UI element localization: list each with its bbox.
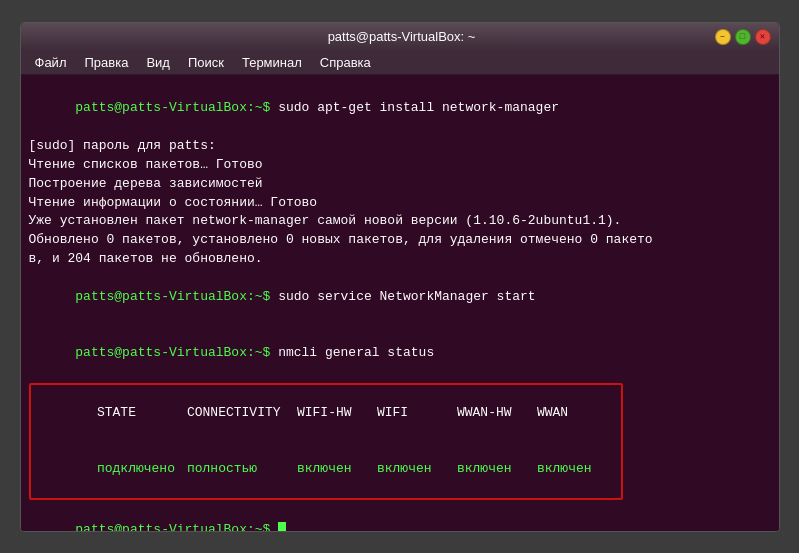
col-header-state: STATE <box>97 404 187 423</box>
table-row-1: подключенополностьювключенвключенвключен… <box>31 442 621 499</box>
table-highlight: STATECONNECTIVITYWIFI-HWWIFIWWAN-HWWWAN … <box>29 383 623 500</box>
col-val-connectivity: полностью <box>187 460 297 479</box>
menu-view[interactable]: Вид <box>138 53 178 72</box>
col-val-wifi: включен <box>377 460 457 479</box>
line-7: Обновлено 0 пакетов, установлено 0 новых… <box>29 231 771 250</box>
col-header-wwan: WWAN <box>537 404 617 423</box>
col-header-wwanhw: WWAN-HW <box>457 404 537 423</box>
col-val-state: подключено <box>97 460 187 479</box>
menu-search[interactable]: Поиск <box>180 53 232 72</box>
line-9: patts@patts-VirtualBox:~$ sudo service N… <box>29 269 771 326</box>
col-header-connectivity: CONNECTIVITY <box>187 404 297 423</box>
col-val-wifihw: включен <box>297 460 377 479</box>
menu-edit[interactable]: Правка <box>76 53 136 72</box>
col-header-wifi: WIFI <box>377 404 457 423</box>
col-val-wwanhw: включен <box>457 460 537 479</box>
menu-bar: Файл Правка Вид Поиск Терминал Справка <box>21 51 779 75</box>
prompt-1: patts@patts-VirtualBox:~$ <box>75 100 278 115</box>
prompt-9: patts@patts-VirtualBox:~$ <box>75 289 278 304</box>
cmd-1: sudo apt-get install network-manager <box>278 100 559 115</box>
menu-file[interactable]: Файл <box>27 53 75 72</box>
table-header: STATECONNECTIVITYWIFI-HWWIFIWWAN-HWWWAN <box>31 385 621 442</box>
window-title: patts@patts-VirtualBox: ~ <box>89 29 715 44</box>
menu-help[interactable]: Справка <box>312 53 379 72</box>
close-button[interactable]: ✕ <box>755 29 771 45</box>
terminal-window: patts@patts-VirtualBox: ~ – □ ✕ Файл Пра… <box>20 22 780 532</box>
line-final: patts@patts-VirtualBox:~$ <box>29 502 771 530</box>
line-3: Чтение списков пакетов… Готово <box>29 156 771 175</box>
line-1: patts@patts-VirtualBox:~$ sudo apt-get i… <box>29 81 771 138</box>
minimize-button[interactable]: – <box>715 29 731 45</box>
menu-terminal[interactable]: Терминал <box>234 53 310 72</box>
line-2: [sudo] пароль для patts: <box>29 137 771 156</box>
col-val-wwan: включен <box>537 460 617 479</box>
cmd-10: nmcli general status <box>278 345 434 360</box>
final-prompt: patts@patts-VirtualBox:~$ <box>75 522 278 531</box>
col-header-wifihw: WIFI-HW <box>297 404 377 423</box>
line-10: patts@patts-VirtualBox:~$ nmcli general … <box>29 325 771 382</box>
title-bar: patts@patts-VirtualBox: ~ – □ ✕ <box>21 23 779 51</box>
window-controls: – □ ✕ <box>715 29 771 45</box>
cmd-9: sudo service NetworkManager start <box>278 289 535 304</box>
line-8: в, и 204 пакетов не обновлено. <box>29 250 771 269</box>
line-5: Чтение информации о состоянии… Готово <box>29 194 771 213</box>
line-6: Уже установлен пакет network-manager сам… <box>29 212 771 231</box>
terminal-body[interactable]: patts@patts-VirtualBox:~$ sudo apt-get i… <box>21 75 779 531</box>
line-4: Построение дерева зависимостей <box>29 175 771 194</box>
prompt-10: patts@patts-VirtualBox:~$ <box>75 345 278 360</box>
cursor <box>278 522 286 530</box>
maximize-button[interactable]: □ <box>735 29 751 45</box>
